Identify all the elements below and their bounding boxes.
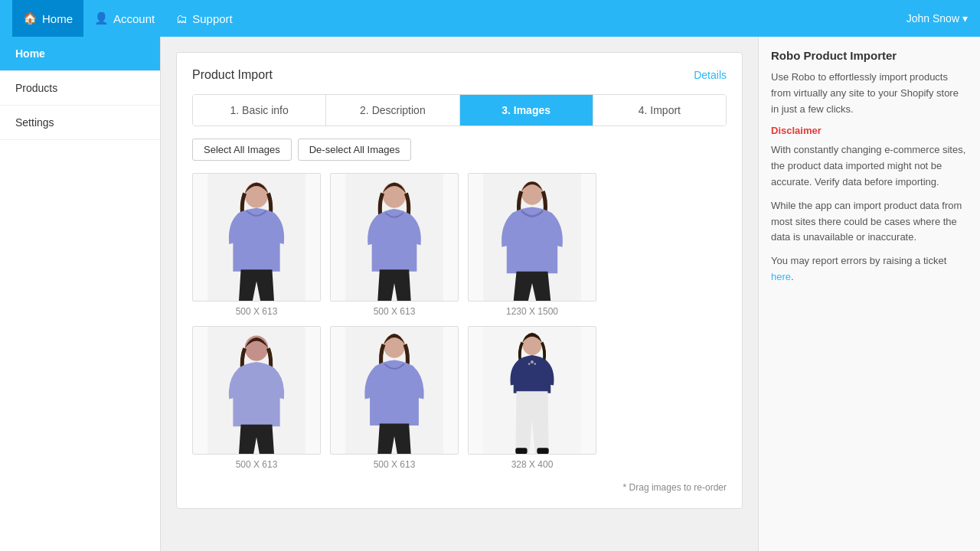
nav-account-label: Account [113,12,155,25]
image-size-label: 500 X 613 [236,459,278,470]
sidebar-item-settings[interactable]: Settings [0,106,160,140]
image-item[interactable]: 500 X 613 [192,326,321,470]
product-image-svg [331,174,458,301]
main-content: Product Import Details 1. Basic info 2. … [161,37,758,551]
disclaimer-label: Disclaimer [771,125,968,136]
image-size-label: 500 X 613 [236,306,278,317]
product-import-card: Product Import Details 1. Basic info 2. … [176,52,743,509]
card-title: Product Import [192,68,273,82]
product-image-svg [193,174,320,301]
image-box [330,173,459,302]
layout: Home Products Settings Product Import De… [0,37,980,551]
step-description[interactable]: 2. Description [326,95,459,126]
step-images[interactable]: 3. Images [460,95,593,126]
sidebar-item-home[interactable]: Home [0,37,160,71]
action-buttons: Select All Images De-select All Images [192,139,727,161]
disclaimer-text-1: With constantly changing e-commerce site… [771,142,968,190]
image-box [468,326,596,455]
image-item[interactable]: 500 X 613 [192,173,321,317]
step-basic-info[interactable]: 1. Basic info [193,95,326,126]
panel-intro: Use Robo to effortlessly import products… [771,70,968,117]
image-item[interactable]: 500 X 613 [330,173,459,317]
nav-support-label: Support [192,12,233,25]
select-all-button[interactable]: Select All Images [192,139,292,161]
product-image-svg [193,327,320,454]
svg-point-13 [528,363,531,365]
user-name: John Snow [906,12,959,24]
right-panel: Robo Product Importer Use Robo to effort… [758,37,980,551]
steps-bar: 1. Basic info 2. Description 3. Images 4… [192,94,727,126]
product-image-svg [469,327,596,454]
svg-point-9 [384,334,405,358]
nav-support[interactable]: 🗂 Support [165,0,243,37]
svg-point-12 [531,360,534,364]
disclaimer-text-2: While the app can import product data fr… [771,198,968,246]
panel-title: Robo Product Importer [771,49,968,62]
disclaimer-link[interactable]: here [771,271,791,282]
user-menu[interactable]: John Snow ▾ [906,12,968,24]
image-size-label: 500 X 613 [374,459,416,470]
user-menu-caret: ▾ [962,12,968,24]
images-grid: 500 X 613 [192,173,727,470]
home-icon: 🏠 [23,11,38,25]
image-size-label: 500 X 613 [374,306,416,317]
svg-point-3 [383,182,407,207]
image-box [330,326,459,455]
svg-point-5 [521,181,543,205]
disclaimer-text-3: You may report errors by raising a ticke… [771,253,968,285]
deselect-all-button[interactable]: De-select All Images [298,139,412,161]
product-image-svg [331,327,458,454]
sidebar: Home Products Settings [0,37,161,551]
image-box [468,173,596,302]
product-image-svg [469,174,596,301]
drag-hint: * Drag images to re-order [192,482,727,493]
support-icon: 🗂 [176,12,188,25]
step-import[interactable]: 4. Import [593,95,726,126]
svg-point-14 [534,363,537,365]
card-header: Product Import Details [192,68,727,82]
details-link[interactable]: Details [694,69,727,81]
nav-account[interactable]: 👤 Account [83,0,165,37]
account-icon: 👤 [94,11,109,25]
image-size-label: 1230 X 1500 [506,306,558,317]
svg-rect-16 [537,448,548,454]
sidebar-item-products[interactable]: Products [0,71,160,106]
image-item[interactable]: 1230 X 1500 [468,173,596,317]
image-size-label: 328 X 400 [511,459,554,470]
image-box [192,173,321,302]
nav-home[interactable]: 🏠 Home [12,0,83,37]
top-nav: 🏠 Home 👤 Account 🗂 Support John Snow ▾ [0,0,980,37]
image-item[interactable]: 328 X 400 [468,326,596,470]
image-item[interactable]: 500 X 613 [330,326,459,470]
nav-home-label: Home [42,12,73,25]
svg-point-1 [245,182,269,207]
svg-rect-15 [515,448,527,454]
image-box [192,326,321,455]
